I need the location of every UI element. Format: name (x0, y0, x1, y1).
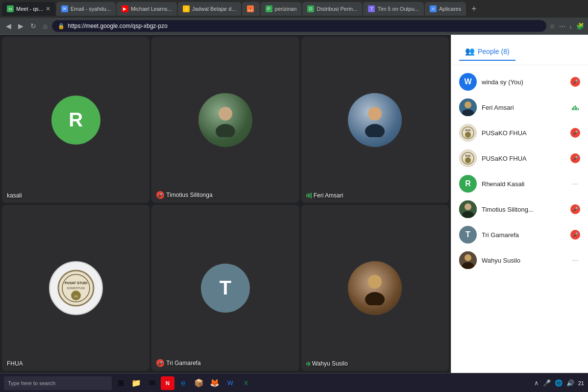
taskbar-network-icon[interactable]: 🌐 (555, 379, 563, 387)
person-item-feri[interactable]: Feri Amsari (451, 95, 588, 120)
tab-ff[interactable]: 🦊 (242, 2, 260, 16)
taskbar-icon-firefox[interactable]: 🦊 (208, 376, 221, 390)
taskbar-mic-icon[interactable]: 🎤 (543, 379, 551, 387)
svg-point-21 (465, 132, 471, 138)
svg-point-13 (465, 101, 471, 108)
home-button[interactable]: ⌂ (41, 21, 49, 31)
refresh-button[interactable]: ↻ (28, 21, 38, 31)
svg-text:PUS: PUS (466, 154, 471, 157)
main-area: R kasali 🎤 Timotius Silitonga (0, 35, 588, 373)
person-name-pusako1: PUSaKO FHUA (482, 129, 565, 137)
tab-yt[interactable]: ▶ Michael Learns... (117, 2, 177, 16)
person-item-timotius[interactable]: Timotius Silitong... 🎤 (451, 196, 588, 222)
person-item-pusako1[interactable]: PUS PUSaKO FHUA 🎤 (451, 120, 588, 146)
avatar-rhenald: R (51, 96, 100, 145)
person-avatar-wahyu (459, 251, 477, 269)
tab-favicon-dist: D (307, 5, 314, 12)
audio-icon-feri (306, 193, 312, 198)
person-item-rhenald[interactable]: R Rhenald Kasali ··· (451, 171, 588, 196)
taskbar-icon-pkg[interactable]: 📦 (192, 376, 206, 390)
new-tab-button[interactable]: + (467, 2, 481, 16)
taskbar-search[interactable]: Type here to search (4, 376, 112, 390)
more-icon[interactable]: ⋯ (559, 23, 565, 30)
person-avatar-tri: T (459, 226, 477, 244)
pusako-avatar-img1: PUS (461, 126, 475, 140)
url-text: https://meet.google.com/qsp-xbgz-pzo (68, 23, 167, 29)
person-name-tri: Tri Gamarefa (482, 231, 565, 239)
person-status-wahyu: ··· (570, 255, 580, 265)
person-name-timotius: Timotius Silitong... (482, 206, 565, 213)
video-tile-tri: T 🎤 Tri Gamarefa (151, 205, 299, 371)
forward-button[interactable]: ▶ (16, 21, 25, 31)
person-name-feri: Feri Amsari (482, 104, 565, 111)
people-list: W winda sy (You) 🎤 Feri Amsari (451, 65, 588, 373)
svg-rect-16 (573, 106, 574, 110)
mic-off-icon-tri: 🎤 (156, 359, 164, 367)
tab-tim[interactable]: T Tim 5 on Outpu... (363, 2, 424, 16)
taskbar-volume-icon[interactable]: 🔊 (566, 379, 574, 387)
svg-rect-15 (572, 108, 573, 110)
taskbar-icon-excel[interactable]: X (239, 376, 253, 390)
svg-point-30 (465, 254, 471, 261)
svg-text:PUSAT STUDI: PUSAT STUDI (65, 281, 87, 285)
taskbar-time: 21 (578, 380, 584, 386)
taskbar-icon-edge[interactable]: e (176, 376, 190, 390)
person-item-wahyu[interactable]: Wahyu Susilo ··· (451, 247, 588, 273)
people-tab[interactable]: 👥 People (8) (459, 43, 515, 61)
silhouette-timotius (208, 103, 243, 137)
svg-rect-18 (576, 107, 577, 110)
tab-label-app: Aplicares (439, 6, 461, 12)
taskbar-icon-netflix[interactable]: N (161, 376, 174, 390)
tab-meet[interactable]: M Meet - qs... ✕ (2, 2, 55, 16)
address-input[interactable]: 🔒 https://meet.google.com/qsp-xbgz-pzo (52, 20, 546, 32)
person-avatar-pusako1: PUS (459, 124, 477, 142)
participant-name-feri: Feri Amsari (314, 192, 343, 199)
download-icon[interactable]: ↓ (569, 23, 573, 30)
taskbar-search-text: Type here to search (8, 380, 55, 386)
svg-rect-17 (575, 105, 576, 110)
person-name-wahyu: Wahyu Susilo (482, 257, 565, 264)
photo-feri (348, 93, 402, 147)
svg-text:KONSTITUSI: KONSTITUSI (67, 287, 85, 290)
person-avatar-pusako2: PUS (459, 149, 477, 167)
taskbar-arrow-icon[interactable]: ∧ (534, 379, 539, 387)
taskbar-icon-windows[interactable]: ⊞ (114, 376, 127, 390)
back-button[interactable]: ◀ (4, 21, 13, 31)
svg-point-2 (368, 107, 382, 121)
tab-label-yt: Michael Learns... (131, 6, 172, 12)
address-bar: ◀ ▶ ↻ ⌂ 🔒 https://meet.google.com/qsp-xb… (0, 18, 588, 34)
tab-favicon-email: ✉ (61, 5, 68, 12)
person-avatar-rhenald: R (459, 175, 477, 193)
feri-avatar-img (459, 98, 477, 116)
photo-timotius (198, 93, 252, 147)
tab-label-email: Email - syahdu... (71, 6, 111, 12)
svg-point-27 (465, 203, 471, 210)
tab-favicon-tim: T (368, 5, 375, 12)
tab-close-meet[interactable]: ✕ (46, 5, 50, 12)
person-avatar-timotius (459, 200, 477, 218)
person-item-tri[interactable]: T Tri Gamarefa 🎤 (451, 222, 588, 247)
tab-email[interactable]: ✉ Email - syahdu... (56, 2, 116, 16)
people-sidebar: 👥 People (8) W winda sy (You) 🎤 (451, 35, 588, 373)
name-label-timotius: 🎤 Timotius Silitonga (156, 191, 212, 199)
taskbar-icon-word[interactable]: W (223, 376, 237, 390)
lock-icon: 🔒 (58, 23, 65, 29)
video-tile-feri: Feri Amsari (301, 37, 449, 203)
name-label-feri: Feri Amsari (306, 192, 343, 199)
person-item-winda[interactable]: W winda sy (You) 🎤 (451, 69, 588, 95)
extension-icon[interactable]: 🧩 (576, 23, 584, 30)
person-item-pusako2[interactable]: PUS PUSaKO FHUA 🎤 (451, 146, 588, 171)
tab-app[interactable]: A Aplicares (425, 2, 466, 16)
person-name-pusako2: PUSaKO FHUA (482, 155, 565, 162)
taskbar-icon-files[interactable]: 📁 (129, 376, 143, 390)
tab-perizinan[interactable]: P perizinan (261, 2, 302, 16)
timotius-avatar-img (459, 200, 477, 218)
person-name-winda: winda sy (You) (482, 78, 565, 86)
name-label-pusako: FHUA (7, 360, 23, 367)
tab-dist[interactable]: D Distribusi Perin... (302, 2, 362, 16)
taskbar-icon-mail[interactable]: ✉ (145, 376, 159, 390)
bookmark-icon[interactable]: ☆ (549, 23, 555, 30)
svg-point-0 (219, 107, 232, 121)
person-status-rhenald: ··· (570, 179, 580, 189)
tab-jadwal[interactable]: J Jadwal Belajar d... (178, 2, 241, 16)
